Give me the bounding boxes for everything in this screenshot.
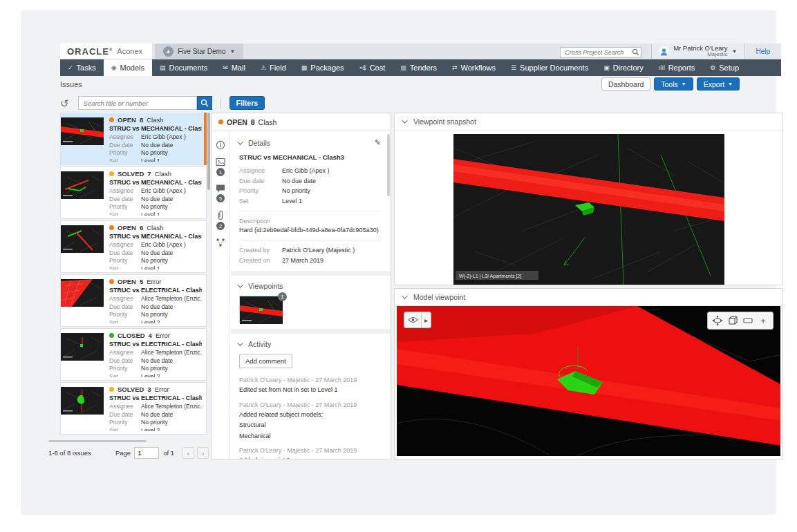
detail-scrollbar[interactable] [387, 134, 390, 196]
tab-tasks[interactable]: ✓Tasks [60, 59, 104, 76]
issue-title: STRUC vs MECHANICAL - Clash1 [109, 233, 202, 240]
prev-page-button[interactable]: ‹ [182, 447, 194, 459]
viewpoint-thumbnail[interactable]: 1 [239, 296, 283, 323]
tab-field[interactable]: ⚠Field [253, 59, 294, 76]
tab-reports[interactable]: ılılReports [651, 59, 703, 76]
created-on-value: 27 March 2019 [282, 256, 324, 266]
tab-label: Documents [169, 64, 208, 72]
filters-button[interactable]: Filters [229, 96, 265, 110]
assignee-label: Assignee [239, 166, 282, 176]
activity-line: Mechanical [239, 433, 381, 441]
assignee-value: Eric Gibb (Apex ) [141, 187, 186, 196]
priority-label: Priority [109, 257, 141, 265]
tools-button[interactable]: Tools▼ [654, 77, 693, 91]
collapse-chevron-icon[interactable] [237, 340, 243, 345]
tab-setup[interactable]: ⚙Setup [702, 59, 747, 76]
set-label: Set [109, 158, 141, 162]
pan-icon[interactable] [710, 312, 725, 329]
model-3d-viewer[interactable]: ▸ + [397, 306, 780, 456]
refresh-icon[interactable]: ↺ [60, 98, 69, 108]
add-comment-button[interactable]: Add comment [239, 354, 292, 368]
report-icon: ılıl [659, 64, 665, 71]
tab-mail[interactable]: ✉Mail [215, 59, 253, 76]
viewpoints-section-title: Viewpoints [248, 282, 283, 290]
priority-value: No priority [141, 257, 168, 265]
viewpoints-tab[interactable]: 1 [216, 158, 225, 176]
issue-card[interactable]: OPEN 8 Clash STRUC vs MECHANICAL - Clash… [60, 113, 207, 165]
activity-meta: Patrick O'Leary - Majestic - 27 March 20… [239, 447, 381, 454]
dashboard-button[interactable]: Dashboard [601, 77, 650, 91]
collapse-chevron-icon[interactable] [237, 139, 243, 144]
collapse-chevron-icon[interactable] [402, 117, 407, 123]
module-nav: ✓Tasks◉Models▤Documents✉Mail⚠Field▦Packa… [60, 59, 781, 76]
search-icon[interactable] [632, 46, 639, 59]
gear-icon: ⚙ [710, 64, 715, 71]
tab-packages[interactable]: ▦Packages [294, 59, 352, 76]
issue-number: 3 [147, 386, 151, 393]
page-number-input[interactable] [134, 447, 159, 459]
mail-icon: ✉ [223, 64, 228, 71]
expand-arrow-icon[interactable]: ▸ [421, 312, 431, 327]
collapse-chevron-icon[interactable] [237, 282, 243, 287]
due-date-value: No due date [141, 357, 173, 365]
cube-icon[interactable] [725, 312, 740, 329]
tab-directory[interactable]: ▣Directory [596, 59, 651, 76]
viewpoint-image [239, 296, 282, 323]
project-selector[interactable]: ▲ Five Star Demo ▼ [155, 44, 243, 59]
collapse-chevron-icon[interactable] [402, 293, 407, 298]
tab-workflows[interactable]: ⇄Workflows [444, 59, 503, 76]
status-dot [109, 279, 114, 284]
issue-thumbnail [61, 117, 104, 145]
tab-documents[interactable]: ▤Documents [152, 59, 215, 76]
eye-icon[interactable] [404, 312, 421, 327]
issue-card[interactable]: OPEN 6 Clash STRUC vs MECHANICAL - Clash… [60, 220, 207, 273]
relations-tab[interactable] [216, 238, 225, 247]
issue-type: Error [147, 278, 161, 285]
issue-card[interactable]: CLOSED 4 Error STRUC vs ELECTRICAL - Cla… [60, 328, 207, 381]
issue-search-input[interactable] [78, 96, 197, 110]
viewer-eye-control: ▸ [404, 312, 431, 328]
issue-card[interactable]: SOLVED 3 Error STRUC vs ELECTRICAL - Cla… [60, 382, 207, 435]
next-page-button[interactable]: › [197, 447, 209, 459]
cross-project-search-input[interactable] [560, 47, 641, 58]
set-label: Set [109, 427, 141, 432]
info-icon [216, 140, 225, 150]
help-link[interactable]: Help [756, 48, 770, 55]
activity-meta: Patrick O'Leary - Majestic - 27 March 20… [239, 401, 381, 408]
issue-card[interactable]: SOLVED 7 Clash STRUC vs MECHANICAL - Cla… [60, 167, 207, 219]
info-tab[interactable] [216, 140, 225, 150]
search-button[interactable] [197, 96, 212, 110]
tab-models[interactable]: ◉Models [104, 59, 152, 76]
tab-supplier-documents[interactable]: ☰Supplier Documents [503, 59, 596, 76]
chevron-down-icon: ▼ [229, 48, 235, 55]
priority-value: No priority [141, 311, 168, 319]
due-date-value: No due date [141, 411, 173, 419]
set-value: Level 2 [141, 319, 160, 324]
viewpoints-section: Viewpoints 1 [231, 276, 391, 329]
section-divider [231, 271, 391, 276]
issue-list-scrollbar[interactable] [207, 113, 210, 190]
tab-cost[interactable]: »$Cost [352, 59, 393, 76]
assignee-label: Assignee [109, 349, 141, 357]
viewpoint-snapshot-image[interactable]: W(-2)-L1 | L3I Apartments [2] [453, 134, 724, 285]
issue-number: 5 [140, 278, 143, 285]
due-date-value: No due date [141, 196, 173, 204]
activity-entry: Patrick O'Leary - Majestic - 27 March 20… [239, 447, 381, 459]
page-of-label: of 1 [163, 449, 174, 457]
comments-tab[interactable]: 5 [216, 184, 225, 202]
user-menu[interactable]: Mr Patrick O'Leary Majestic ▼ [651, 44, 744, 59]
people-icon: ▣ [603, 64, 610, 71]
issue-card[interactable]: OPEN 5 Error STRUC vs ELECTRICAL - Clash… [60, 274, 207, 327]
attachments-tab[interactable]: 2 [216, 210, 225, 230]
export-button[interactable]: Export▼ [697, 77, 740, 91]
model-viewpoint-title: Model viewpoint [413, 293, 465, 301]
assignee-value: Eric Gibb (Apex ) [141, 133, 186, 142]
project-avatar-icon: ▲ [163, 46, 174, 57]
activity-entry: Patrick O'Leary - Majestic - 27 March 20… [239, 401, 381, 441]
zoom-out-icon[interactable] [740, 312, 756, 329]
zoom-in-icon[interactable]: + [756, 312, 771, 329]
horizontal-scrollbar[interactable] [48, 440, 147, 442]
check-icon: ✓ [68, 64, 73, 71]
tab-tenders[interactable]: ▥Tenders [393, 59, 444, 76]
edit-pencil-icon[interactable]: ✎ [375, 138, 381, 147]
